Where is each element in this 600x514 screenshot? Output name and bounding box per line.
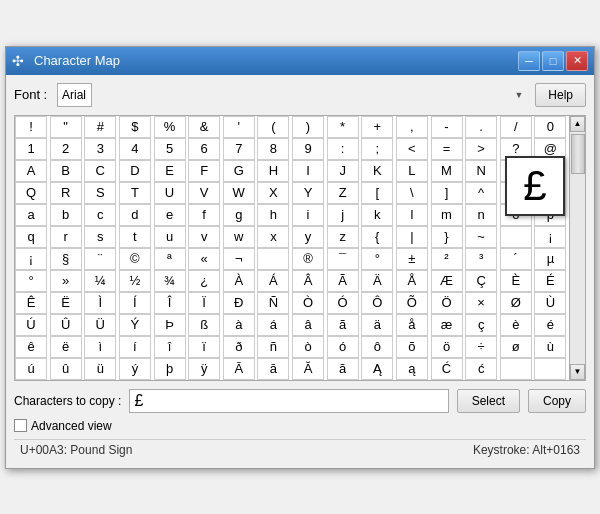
char-cell[interactable]: á bbox=[257, 314, 289, 336]
char-cell[interactable]: 5 bbox=[154, 138, 186, 160]
char-cell[interactable]: z bbox=[327, 226, 359, 248]
char-cell[interactable]: ¯ bbox=[327, 248, 359, 270]
scroll-up-arrow[interactable]: ▲ bbox=[570, 116, 585, 132]
char-cell[interactable]: D bbox=[119, 160, 151, 182]
char-cell[interactable]: { bbox=[361, 226, 393, 248]
char-cell[interactable]: } bbox=[431, 226, 463, 248]
char-cell[interactable]: a bbox=[15, 204, 47, 226]
char-cell[interactable]: Z bbox=[327, 182, 359, 204]
char-cell[interactable]: Ç bbox=[465, 270, 497, 292]
char-cell[interactable] bbox=[500, 226, 532, 248]
char-cell[interactable]: [ bbox=[361, 182, 393, 204]
char-cell[interactable]: ą bbox=[396, 358, 428, 380]
char-cell[interactable]: & bbox=[188, 116, 220, 138]
char-cell[interactable]: É bbox=[534, 270, 566, 292]
char-cell[interactable]: 4 bbox=[119, 138, 151, 160]
char-cell[interactable]: e bbox=[154, 204, 186, 226]
help-button[interactable]: Help bbox=[535, 83, 586, 107]
scroll-down-arrow[interactable]: ▼ bbox=[570, 364, 585, 380]
char-cell[interactable]: Æ bbox=[431, 270, 463, 292]
char-cell[interactable]: ë bbox=[50, 336, 82, 358]
char-cell[interactable]: Ï bbox=[188, 292, 220, 314]
char-cell[interactable]: ] bbox=[431, 182, 463, 204]
char-cell[interactable]: ³ bbox=[465, 248, 497, 270]
char-cell[interactable]: , bbox=[396, 116, 428, 138]
char-cell[interactable]: å bbox=[396, 314, 428, 336]
char-cell[interactable]: é bbox=[534, 314, 566, 336]
char-cell[interactable]: ¿ bbox=[188, 270, 220, 292]
char-cell[interactable]: r bbox=[50, 226, 82, 248]
char-cell[interactable]: ± bbox=[396, 248, 428, 270]
char-cell[interactable]: ä bbox=[361, 314, 393, 336]
char-cell[interactable]: ø bbox=[500, 336, 532, 358]
char-cell[interactable]: Y bbox=[292, 182, 324, 204]
select-button[interactable]: Select bbox=[457, 389, 520, 413]
char-cell[interactable]: t bbox=[119, 226, 151, 248]
char-cell[interactable]: 7 bbox=[223, 138, 255, 160]
char-cell[interactable]: Õ bbox=[396, 292, 428, 314]
char-cell[interactable]: f bbox=[188, 204, 220, 226]
char-cell[interactable]: ă bbox=[327, 358, 359, 380]
char-cell[interactable]: Ø bbox=[500, 292, 532, 314]
char-cell[interactable]: ¡ bbox=[534, 226, 566, 248]
char-cell[interactable]: g bbox=[223, 204, 255, 226]
char-cell[interactable]: d bbox=[119, 204, 151, 226]
char-cell[interactable]: Q bbox=[15, 182, 47, 204]
advanced-view-checkbox[interactable] bbox=[14, 419, 27, 432]
char-cell[interactable]: ½ bbox=[119, 270, 151, 292]
char-cell[interactable]: M bbox=[431, 160, 463, 182]
char-cell[interactable]: Ã bbox=[327, 270, 359, 292]
char-cell[interactable]: ° bbox=[361, 248, 393, 270]
char-cell[interactable]: è bbox=[500, 314, 532, 336]
char-cell[interactable]: 3 bbox=[84, 138, 116, 160]
char-cell[interactable] bbox=[534, 358, 566, 380]
char-cell[interactable]: ^ bbox=[465, 182, 497, 204]
char-cell[interactable]: § bbox=[50, 248, 82, 270]
char-cell[interactable]: ć bbox=[465, 358, 497, 380]
char-cell[interactable]: $ bbox=[119, 116, 151, 138]
char-cell[interactable]: 2 bbox=[50, 138, 82, 160]
char-cell[interactable]: Ò bbox=[292, 292, 324, 314]
char-cell[interactable]: C bbox=[84, 160, 116, 182]
char-cell[interactable]: Ñ bbox=[257, 292, 289, 314]
char-cell[interactable]: y bbox=[292, 226, 324, 248]
char-cell[interactable]: « bbox=[188, 248, 220, 270]
char-cell[interactable]: T bbox=[119, 182, 151, 204]
char-cell[interactable]: 9 bbox=[292, 138, 324, 160]
char-cell[interactable]: A bbox=[15, 160, 47, 182]
char-cell[interactable]: 1 bbox=[15, 138, 47, 160]
char-cell[interactable]: 6 bbox=[188, 138, 220, 160]
scroll-thumb[interactable] bbox=[571, 134, 585, 174]
char-cell[interactable]: Ý bbox=[119, 314, 151, 336]
char-cell[interactable]: u bbox=[154, 226, 186, 248]
char-cell[interactable]: b bbox=[50, 204, 82, 226]
char-cell[interactable]: ā bbox=[257, 358, 289, 380]
char-cell[interactable]: ò bbox=[292, 336, 324, 358]
char-cell[interactable]: ô bbox=[361, 336, 393, 358]
char-cell[interactable]: ¼ bbox=[84, 270, 116, 292]
char-cell[interactable]: ù bbox=[534, 336, 566, 358]
char-cell[interactable]: K bbox=[361, 160, 393, 182]
char-cell[interactable]: l bbox=[396, 204, 428, 226]
char-cell[interactable]: / bbox=[500, 116, 532, 138]
char-cell[interactable]: × bbox=[465, 292, 497, 314]
char-cell[interactable]: æ bbox=[431, 314, 463, 336]
scrollbar[interactable]: ▲ ▼ bbox=[569, 116, 585, 380]
char-cell[interactable]: Ê bbox=[15, 292, 47, 314]
char-cell[interactable]: ï bbox=[188, 336, 220, 358]
char-cell[interactable]: w bbox=[223, 226, 255, 248]
char-cell[interactable]: J bbox=[327, 160, 359, 182]
char-cell[interactable]: i bbox=[292, 204, 324, 226]
char-cell[interactable]: . bbox=[465, 116, 497, 138]
char-cell[interactable]: Ú bbox=[15, 314, 47, 336]
char-cell[interactable]: Ą bbox=[361, 358, 393, 380]
char-cell[interactable]: Û bbox=[50, 314, 82, 336]
char-cell[interactable]: » bbox=[50, 270, 82, 292]
char-cell[interactable]: ü bbox=[84, 358, 116, 380]
char-cell[interactable]: c bbox=[84, 204, 116, 226]
char-cell[interactable]: - bbox=[431, 116, 463, 138]
char-cell[interactable]: ; bbox=[361, 138, 393, 160]
char-cell[interactable]: í bbox=[119, 336, 151, 358]
char-cell[interactable]: I bbox=[292, 160, 324, 182]
char-cell[interactable]: Â bbox=[292, 270, 324, 292]
